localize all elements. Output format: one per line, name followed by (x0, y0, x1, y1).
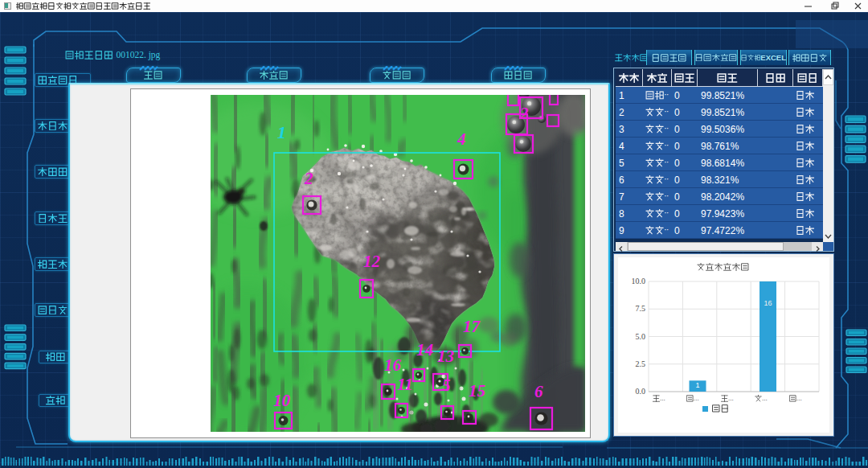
svg-text:12: 12 (363, 252, 381, 271)
svg-text:2.5: 2.5 (636, 359, 646, 368)
svg-text:2: 2 (519, 104, 529, 123)
svg-text:15: 15 (469, 381, 485, 400)
svg-text:16: 16 (384, 355, 402, 375)
svg-text:10: 10 (273, 391, 291, 410)
svg-text:13: 13 (437, 347, 454, 366)
svg-text:7.5: 7.5 (636, 304, 646, 313)
svg-text:5.0: 5.0 (636, 332, 646, 341)
svg-text:4: 4 (457, 129, 466, 149)
svg-text:1: 1 (695, 381, 699, 389)
svg-text:10.0: 10.0 (632, 277, 646, 285)
svg-text:17: 17 (463, 317, 481, 336)
svg-text:2: 2 (304, 169, 313, 188)
svg-text:11: 11 (397, 375, 413, 394)
svg-text:5: 5 (442, 376, 451, 395)
svg-text:6: 6 (534, 382, 543, 401)
svg-text:16: 16 (764, 299, 772, 307)
svg-text:14: 14 (416, 340, 433, 359)
svg-text:0.0: 0.0 (636, 387, 646, 396)
svg-text:1: 1 (277, 122, 286, 142)
